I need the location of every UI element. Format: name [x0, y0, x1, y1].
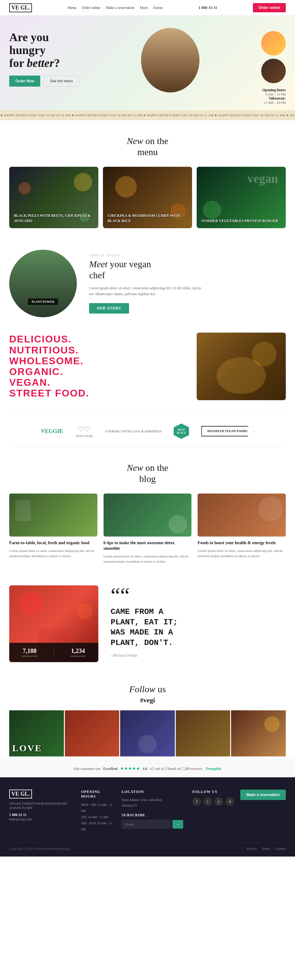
footer-link-privacy[interactable]: Privacy	[247, 847, 257, 850]
hero-person-image	[141, 28, 199, 92]
follow-item-1[interactable]: LOVE	[9, 710, 64, 756]
footer-hours-3: SAT – SUN: 10 AM – 11 PM	[81, 820, 112, 833]
pizza-card-label: BLACK PIZZA WITH BEETS, CHICKPEAS & AVOC…	[14, 213, 98, 224]
chef-subtitle: THIS IS JASON	[89, 253, 206, 257]
burger-card-label: SUMMER VEGETABLES PROTEIN BURGER	[201, 218, 278, 224]
blog-section: New on theblog Farm-to-table, local, fre…	[0, 462, 295, 579]
chef-story-btn[interactable]: Our story	[89, 303, 129, 313]
manifesto-word-2: NUTRITIOUS.	[9, 345, 184, 356]
pizza-card[interactable]: BLACK PIZZA WITH BEETS, CHICKPEAS & AVOC…	[9, 167, 98, 228]
nav-links: Menu Order online Make a reservation Mor…	[68, 6, 163, 10]
blog-card-1-title: Farm-to-table, local, fresh and organic …	[9, 540, 97, 546]
footer-location-col: Location Street Address 1234, Little Roc…	[122, 789, 183, 833]
chef-image: PLANT POWER	[9, 250, 77, 317]
quote-author: - Michael Pollan	[111, 653, 286, 658]
trustpilot-stars: ★★★★★	[120, 766, 140, 771]
footer-email: hello@vegi.com	[9, 817, 72, 821]
burger-card[interactable]: vegan SUMMER VEGETABLES PROTEIN BURGER	[197, 167, 286, 228]
social-youtube[interactable]: y	[214, 797, 223, 806]
chef-section: PLANT POWER THIS IS JASON Meet your vega…	[0, 243, 295, 332]
blog-card-1[interactable]: Farm-to-table, local, fresh and organic …	[9, 493, 97, 564]
footer-social-col: Follow us f t y d	[192, 789, 234, 833]
footer-phone: 1 800 22 11	[9, 813, 72, 817]
manifesto-image	[197, 332, 286, 400]
badge-advanced: ADVANCED VEGAN FOODS	[201, 426, 254, 436]
hero-menu-btn[interactable]: See the menu	[43, 76, 79, 87]
nav-menu[interactable]: Menu	[68, 6, 76, 10]
follow-item-3[interactable]	[120, 710, 175, 756]
stat-number-1: 7,188	[22, 648, 37, 654]
smoothie-image: 7,188 menus served 1,234 menus served	[9, 585, 98, 662]
curry-card-label: CHICKPEA & MUSHROOM CURRY WITH BLACK RIC…	[108, 213, 192, 224]
manifesto-word-4: ORGANIC.	[9, 366, 184, 377]
hero-text: Are you hungry for better? Order Now See…	[9, 28, 79, 87]
follow-item-4[interactable]	[176, 710, 230, 756]
footer-link-terms[interactable]: Terms	[262, 847, 270, 850]
navbar: VE GL. Menu Order online Make a reservat…	[0, 0, 295, 16]
follow-title: Follow us	[9, 684, 286, 695]
chef-desc: Lorem ipsum dolor sit amet, consectetur …	[89, 285, 206, 297]
hero-hours: Opening hours 9 AM – 11 PM Takeaway: 11 …	[262, 88, 286, 104]
follow-grid: LOVE	[9, 710, 286, 756]
blog-card-1-desc: Lorem ipsum dolor sit amet, consectetur …	[9, 548, 97, 558]
footer-location-title: Location	[122, 789, 183, 794]
footer-hours-col: Opening hours MON – FRI: 11 AM – 11 PM S…	[81, 789, 112, 833]
hero-food-img-2	[261, 59, 286, 83]
footer-bottom: Copyright © 2023 awesometheme.templates …	[9, 842, 286, 850]
footer-subscribe-btn[interactable]: →	[172, 820, 183, 829]
stat-number-2: 1,234	[70, 648, 85, 654]
nav-phone: 1 800 33 11	[199, 5, 217, 10]
manifesto-text: DELICIOUS. NUTRITIOUS. WHOLESOME. ORGANI…	[9, 332, 197, 400]
footer-logo: VE GL.	[9, 789, 32, 799]
social-discord[interactable]: d	[226, 797, 234, 806]
footer-tagline2: A SANCTUARY	[9, 806, 72, 810]
blog-section-title: New on theblog	[0, 462, 295, 484]
curry-card[interactable]: CHICKPEA & MUSHROOM CURRY WITH BLACK RIC…	[103, 167, 192, 228]
badge-heart: ♡♡ VEGIT STORE	[75, 425, 93, 438]
trustpilot-bar: Our customers are Excellent ★★★★★ 4.8 4.…	[0, 759, 295, 777]
follow-item-5[interactable]	[231, 710, 286, 756]
plant-power-badge: PLANT POWER	[28, 299, 58, 305]
follow-item-2[interactable]	[65, 710, 120, 756]
nav-more[interactable]: More	[140, 6, 148, 10]
footer-reservation-btn[interactable]: Make a reservation	[240, 789, 286, 800]
stat-label-1: menus served	[22, 654, 37, 657]
footer-link-cookies[interactable]: Cookies	[275, 847, 286, 850]
ticker-bar: ★ HAPPY HOUR EVERY DAY 10 AM TO 11 AM ★ …	[0, 111, 295, 120]
follow-hashtag: #vegi	[9, 696, 286, 704]
quote-text-area: ““ CAME FROM A PLANT, EAT IT; WAS MADE I…	[111, 590, 286, 658]
nav-order-online[interactable]: Order online	[82, 6, 100, 10]
blog-card-3[interactable]: Foods to boost your health & energy leve…	[198, 493, 286, 564]
hero-right: Opening hours 9 AM – 11 PM Takeaway: 11 …	[261, 28, 286, 104]
blog-card-3-title: Foods to boost your health & energy leve…	[198, 540, 286, 546]
footer-email-input[interactable]	[122, 820, 171, 829]
hero-food-img-1	[261, 31, 286, 56]
footer: VE GL. VEGAN STREET FOOD RESTAURANT, A S…	[0, 777, 295, 856]
hero-title: Are you hungry for better?	[9, 31, 79, 69]
nav-extras[interactable]: Extras	[153, 6, 163, 10]
hero-order-btn[interactable]: Order Now	[9, 76, 40, 87]
blog-card-2[interactable]: 6 tips to make the most awesome detox sm…	[104, 493, 192, 564]
blog-card-2-desc: Lorem ipsum dolor sit amet, consectetur …	[104, 554, 192, 564]
nav-reservation[interactable]: Make a reservation	[106, 6, 134, 10]
social-facebook[interactable]: f	[192, 797, 201, 806]
footer-hours-2: SAT: 10 AM – 11 AM	[81, 814, 112, 820]
footer-follow-title: Follow us	[192, 789, 234, 794]
social-twitter[interactable]: t	[203, 797, 212, 806]
manifesto-word-5: VEGAN.	[9, 377, 184, 388]
footer-address: Street Address 1234, Little Rock, Arkans…	[122, 797, 183, 808]
hero-section: Are you hungry for better? Order Now See…	[0, 16, 295, 111]
nav-order-btn[interactable]: Order online	[253, 3, 286, 12]
badge-best: BEST PLACE	[174, 423, 189, 439]
menu-section: New on themenu BLACK PIZZA WITH BEETS, C…	[0, 135, 295, 243]
menu-grid: BLACK PIZZA WITH BEETS, CHICKPEAS & AVOC…	[0, 167, 295, 243]
follow-section: Follow us #vegi LOVE	[0, 678, 295, 756]
smoothie-section: 7,188 menus served 1,234 menus served ““…	[0, 579, 295, 678]
manifesto-section: DELICIOUS. NUTRITIOUS. WHOLESOME. ORGANI…	[0, 332, 295, 415]
menu-section-title: New on themenu	[0, 135, 295, 158]
manifesto-word-6: STREET FOOD.	[9, 388, 184, 399]
blog-card-2-title: 6 tips to make the most awesome detox sm…	[104, 540, 192, 551]
badges-section: VEGGIE ♡♡ VEGIT STORE COOKING WITH LOVE …	[9, 415, 286, 447]
footer-hours-title: Opening hours	[81, 789, 112, 799]
nav-logo: VE GL.	[9, 3, 32, 12]
